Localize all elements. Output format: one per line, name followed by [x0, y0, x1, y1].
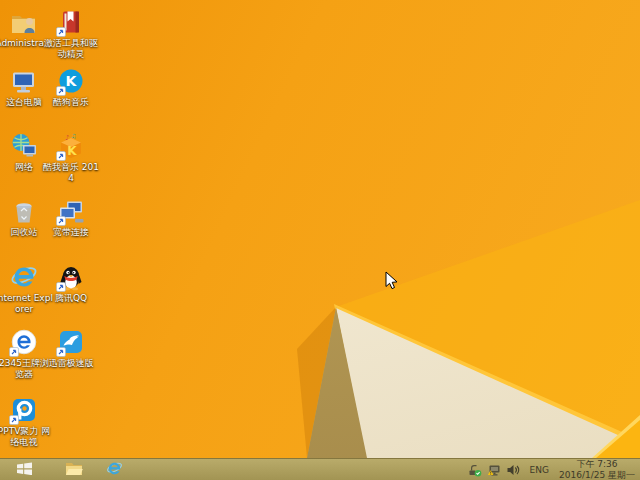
- folder-icon: [65, 461, 83, 478]
- desktop-icon-pptv[interactable]: PPTV聚力 网络电视: [0, 396, 53, 448]
- svg-text:♫: ♫: [71, 132, 76, 139]
- language-indicator[interactable]: ENG: [525, 465, 554, 475]
- shortcut-arrow-icon: [9, 347, 19, 357]
- desktop-icon-label: 酷狗音乐: [42, 97, 100, 108]
- clock-time: 下午 7:36: [559, 459, 635, 470]
- computer-icon: [10, 67, 38, 95]
- shortcut-arrow-icon: [56, 282, 66, 292]
- ie-icon: [10, 263, 38, 291]
- file-explorer-button[interactable]: [58, 459, 90, 480]
- safely-remove-hardware-icon[interactable]: [468, 463, 482, 477]
- start-button[interactable]: [8, 459, 40, 480]
- internet-explorer-icon: [106, 460, 123, 480]
- desktop-icon-activation-tool-driver-genie[interactable]: 激活工具和驱动精灵: [42, 8, 100, 60]
- shortcut-arrow-icon: [56, 86, 66, 96]
- clock-date: 2016/1/25 星期一: [559, 470, 635, 480]
- desktop-icon-kugou-music[interactable]: K 酷狗音乐: [42, 67, 100, 108]
- volume-icon[interactable]: [506, 463, 520, 477]
- desktop: Administra... 激活工具和驱动精灵 这台电脑 K 酷狗音乐 网络 K…: [0, 0, 640, 480]
- desktop-icon-label: 激活工具和驱动精灵: [42, 38, 100, 60]
- desktop-icon-label: 酷我音乐 2014: [42, 162, 100, 184]
- e2345-icon: [10, 328, 38, 356]
- svg-text:♪: ♪: [65, 134, 69, 142]
- desktop-icon-label: 腾讯QQ: [42, 293, 100, 304]
- desktop-icon-label: 迅雷极速版: [42, 358, 100, 369]
- shortcut-arrow-icon: [56, 216, 66, 226]
- desktop-icon-label: PPTV聚力 网络电视: [0, 426, 53, 448]
- shortcut-arrow-icon: [56, 27, 66, 37]
- desktop-icon-tencent-qq[interactable]: 腾讯QQ: [42, 263, 100, 304]
- taskbar-clock[interactable]: 下午 7:36 2016/1/25 星期一: [559, 459, 635, 480]
- thunder-icon: [57, 328, 85, 356]
- windows-flag-icon: [15, 461, 33, 478]
- recycle-icon: [10, 197, 38, 225]
- globe-icon: [10, 132, 38, 160]
- pptv-icon: [10, 396, 38, 424]
- broadband-icon: [57, 197, 85, 225]
- shortcut-arrow-icon: [56, 151, 66, 161]
- internet-explorer-button[interactable]: [98, 459, 130, 480]
- network-status-icon[interactable]: [487, 463, 501, 477]
- system-tray: ENG 下午 7:36 2016/1/25 星期一: [468, 459, 640, 480]
- svg-text:K: K: [67, 144, 77, 158]
- shortcut-arrow-icon: [9, 415, 19, 425]
- taskbar: ENG 下午 7:36 2016/1/25 星期一: [0, 458, 640, 480]
- red-book-icon: [57, 8, 85, 36]
- mouse-cursor: [385, 271, 398, 290]
- desktop-icon-kuwo-music-2014[interactable]: K♪♫ 酷我音乐 2014: [42, 132, 100, 184]
- desktop-icon-broadband-connection[interactable]: 宽带连接: [42, 197, 100, 238]
- kuwo-icon: K♪♫: [57, 132, 85, 160]
- desktop-icon-label: 宽带连接: [42, 227, 100, 238]
- desktop-icon-thunder-speed[interactable]: 迅雷极速版: [42, 328, 100, 369]
- shortcut-arrow-icon: [56, 347, 66, 357]
- kugou-icon: K: [57, 67, 85, 95]
- qq-icon: [57, 263, 85, 291]
- folder-user-icon: [10, 8, 38, 36]
- svg-text:K: K: [66, 73, 78, 89]
